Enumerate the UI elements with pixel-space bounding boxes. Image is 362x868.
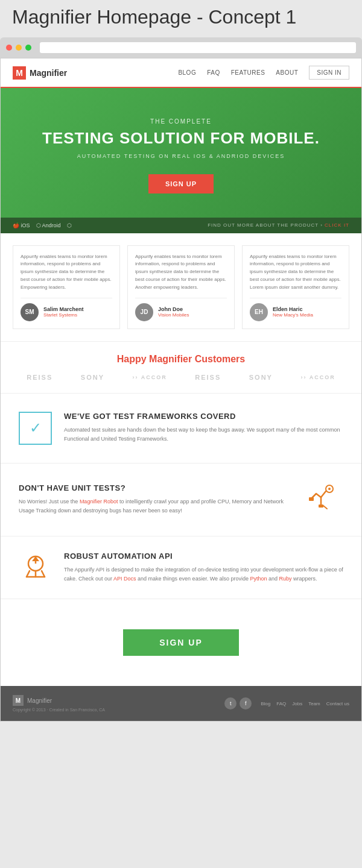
ios-icon: 🍎 iOS [13, 222, 30, 228]
logo-box: M [13, 66, 26, 80]
twitter-icon[interactable]: t [224, 697, 237, 709]
signin-button[interactable]: SIGN IN [309, 66, 349, 80]
footer-social: t f [224, 697, 252, 709]
hero-title: TESTING SOLUTION FOR MOBILE. [13, 130, 349, 147]
footer-nav: Blog FAQ Jobs Team Contact us [261, 701, 349, 706]
facebook-icon[interactable]: f [240, 697, 252, 709]
footer-right: t f Blog FAQ Jobs Team Contact us [224, 697, 349, 709]
author-3-company: New Macy's Media [273, 312, 313, 318]
site-footer: M Magnifier Copyright © 2013 · Created i… [1, 686, 361, 721]
hero-description: AUTOMATED TESTING ON REAL IOS & ANDRIOD … [13, 153, 349, 159]
testimonial-2-author: JD John Doe Vision Mobiles [135, 298, 227, 321]
platform-icons: 🍎 iOS ⬡ Android ⬡ [13, 222, 72, 228]
hero-signup-button[interactable]: SIGN UP [148, 174, 214, 193]
svg-line-8 [323, 506, 327, 509]
author-3-info: Elden Haric New Macy's Media [273, 306, 313, 318]
browser-close-dot [6, 45, 12, 51]
main-nav: BLOG FAQ FEATURES ABOUT SIGN IN [178, 66, 349, 80]
footer-copyright: Copyright © 2013 · Created in San Franci… [13, 708, 105, 712]
unit-description: No Worries! Just use the Magnifier Robot… [19, 497, 289, 516]
svg-rect-7 [319, 505, 323, 508]
api-svg [21, 552, 51, 582]
api-description: The Appurify API is designed to make the… [64, 565, 343, 584]
nav-faq[interactable]: FAQ [207, 69, 220, 76]
ruby-link[interactable]: Ruby [279, 576, 292, 582]
api-section: ROBUST AUTOMATION API The Appurify API i… [1, 536, 361, 599]
unit-title: DON'T HAVE UNIT TESTS? [19, 483, 289, 492]
testimonial-1: Appurify enables teams to monitor lorem … [13, 245, 120, 329]
logo-sony-1: SONY [81, 374, 104, 381]
author-2-name: John Doe [158, 306, 189, 312]
site-header: M Magnifier BLOG FAQ FEATURES ABOUT SIGN… [1, 58, 361, 88]
browser-minimize-dot [16, 45, 22, 51]
svg-line-3 [316, 494, 321, 497]
nav-about[interactable]: ABOUT [276, 69, 298, 76]
platform-link[interactable]: FIND OUT MORE ABOUT THE PRODUCT › CLICK … [208, 222, 349, 228]
android-icon: ⬡ Android [36, 222, 61, 228]
html5-icon: ⬡ [67, 222, 72, 228]
feature-content: WE'VE GOT TEST FRAMEWORKS COVERD Automat… [64, 412, 343, 444]
feature-description: Automated test suites are hands down the… [64, 426, 343, 444]
svg-line-12 [27, 571, 30, 577]
hero-section: THE COMPLETE TESTING SOLUTION FOR MOBILE… [1, 88, 361, 218]
logo-reiss-1: REISS [27, 374, 52, 381]
platform-link-highlight: CLICK IT [325, 222, 349, 228]
magnifier-robot-link[interactable]: Magnifier Robot [80, 498, 118, 505]
logo-reiss-2: REISS [195, 374, 221, 381]
browser-chrome [0, 37, 362, 58]
author-1-info: Salim Marchent Starlet Systems [43, 306, 84, 318]
author-3-name: Elden Haric [273, 306, 313, 312]
author-2-info: John Doe Vision Mobiles [158, 306, 189, 318]
happy-customers-section: Happy Magnifier Customers REISS SONY ›› … [1, 341, 361, 393]
robot-icon [301, 479, 343, 521]
api-title: ROBUST AUTOMATION API [64, 552, 343, 561]
logo-text: Magnifier [30, 68, 67, 78]
footer-logo-box: M [13, 695, 24, 706]
footer-nav-faq[interactable]: FAQ [276, 701, 286, 706]
footer-logo: M Magnifier [13, 695, 105, 706]
author-1-company: Starlet Systems [43, 312, 84, 318]
author-2-avatar: JD [135, 303, 153, 321]
unit-content: DON'T HAVE UNIT TESTS? No Worries! Just … [19, 483, 289, 516]
footer-logo-group: M Magnifier Copyright © 2013 · Created i… [13, 695, 105, 712]
author-1-avatar: SM [21, 303, 39, 321]
nav-blog[interactable]: BLOG [178, 69, 196, 76]
footer-nav-team[interactable]: Team [308, 701, 320, 706]
testimonial-1-author: SM Salim Marchent Starlet Systems [21, 298, 112, 321]
feature-title: WE'VE GOT TEST FRAMEWORKS COVERD [64, 412, 343, 421]
canvas-title: Magnifier Homepage - Concept 1 [0, 0, 362, 37]
footer-nav-jobs[interactable]: Jobs [292, 701, 302, 706]
footer-nav-blog[interactable]: Blog [261, 701, 270, 706]
svg-rect-6 [309, 497, 314, 501]
happy-customers-title: Happy Magnifier Customers [13, 354, 349, 365]
logo-accor-2: ›› ACCOR [301, 374, 335, 380]
author-3-avatar: EH [250, 303, 268, 321]
testimonial-1-text: Appurify enables teams to monitor lorem … [21, 253, 112, 292]
checkmark-icon: ✓ [30, 420, 42, 436]
platform-bar: 🍎 iOS ⬡ Android ⬡ FIND OUT MORE ABOUT TH… [1, 218, 361, 233]
python-link[interactable]: Python [250, 576, 267, 582]
bottom-signup-button[interactable]: SIGN UP [123, 629, 239, 656]
api-content: ROBUST AUTOMATION API The Appurify API i… [64, 552, 343, 584]
author-1-name: Salim Marchent [43, 306, 84, 312]
svg-line-2 [321, 491, 326, 497]
website-container: M Magnifier BLOG FAQ FEATURES ABOUT SIGN… [0, 58, 362, 722]
api-docs-link[interactable]: API Docs [113, 576, 136, 582]
logo-accor-1: ›› ACCOR [133, 374, 167, 380]
author-2-company: Vision Mobiles [158, 312, 189, 318]
bottom-cta-section: SIGN UP [1, 599, 361, 686]
browser-address-bar[interactable] [40, 42, 356, 53]
nav-features[interactable]: FEATURES [231, 69, 265, 76]
footer-brand-name: Magnifier [27, 697, 52, 704]
testimonial-3-author: EH Elden Haric New Macy's Media [250, 298, 341, 321]
footer-nav-contact[interactable]: Contact us [326, 701, 349, 706]
unit-tests-section: DON'T HAVE UNIT TESTS? No Worries! Just … [1, 463, 361, 536]
testimonials-section: Appurify enables teams to monitor lorem … [1, 233, 361, 341]
features-section: ✓ WE'VE GOT TEST FRAMEWORKS COVERD Autom… [1, 393, 361, 463]
robot-svg [304, 482, 340, 518]
browser-maximize-dot [25, 45, 31, 51]
svg-point-1 [328, 488, 331, 490]
feature-icon-box: ✓ [19, 412, 52, 445]
testimonial-3: Appurify enables teams to monitor lorem … [242, 245, 349, 329]
customer-logos: REISS SONY ›› ACCOR REISS SONY ›› ACCOR [13, 374, 349, 381]
